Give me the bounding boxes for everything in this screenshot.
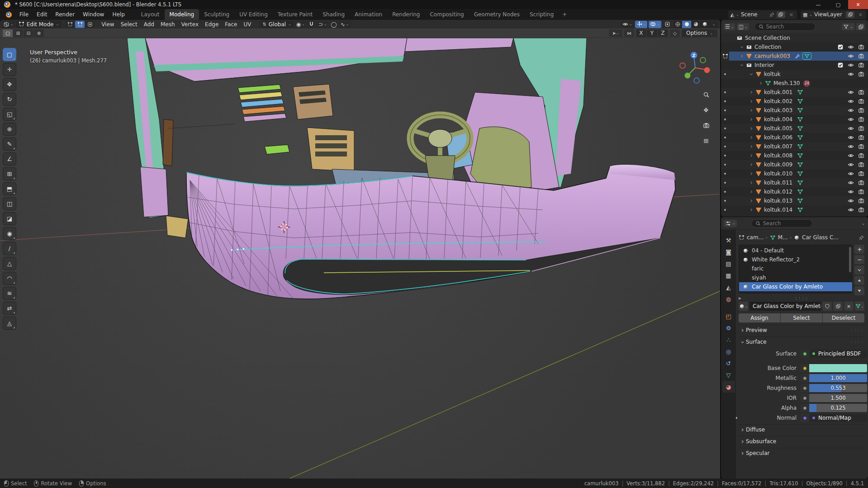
expand-arrow[interactable] [748,208,754,212]
properties-tab-data[interactable]: ▽ [722,369,735,381]
workspace-tab-layout[interactable]: Layout [136,9,165,20]
menu-window[interactable]: Window [79,10,108,19]
snap-individual-icon[interactable]: ◇ [670,29,680,37]
deselect-button[interactable]: Deselect [823,313,864,322]
outliner-row[interactable]: koltuk.008 [721,151,868,160]
tool-bevel[interactable]: ◪ [3,212,16,225]
outliner-row[interactable]: koltuk.007 [721,142,868,151]
tool-measure[interactable]: ∠ [3,152,16,166]
shading-rendered-button[interactable] [700,21,709,28]
mirror-y-button[interactable]: Y [647,29,657,37]
outliner-row[interactable]: koltuk.010 [721,169,868,178]
hide-eye-icon[interactable] [848,62,854,68]
outliner-row[interactable]: Collection [721,43,868,52]
snap-target-dropdown[interactable]: ⊃⌄ [317,21,328,28]
mesh-data-icon[interactable] [797,180,803,186]
outliner-row[interactable]: Mesh.13024 [721,79,868,88]
workspace-tab-sculpting[interactable]: Sculpting [199,9,234,20]
modifier-wrench-icon[interactable] [795,53,801,59]
workspace-tab-shading[interactable]: Shading [318,9,350,20]
tool-shrink-fatten[interactable]: ◬ [3,317,16,330]
disable-render-camera-icon[interactable] [858,44,864,50]
new-material-button[interactable] [833,302,843,311]
ior-slider[interactable]: 1.500 [809,394,867,402]
mirror-z-button[interactable]: Z [658,29,668,37]
vertex-select-button[interactable] [65,21,75,28]
add-workspace-button[interactable]: + [559,9,570,20]
hide-eye-icon[interactable] [848,44,854,50]
viewport-menu-mesh[interactable]: Mesh [157,20,178,28]
section-subsurface[interactable]: Subsurface [739,436,864,445]
hide-eye-icon[interactable] [848,98,854,104]
disable-render-camera-icon[interactable] [858,107,864,114]
workspace-tab-animation[interactable]: Animation [350,9,387,20]
workspace-tab-geometry-nodes[interactable]: Geometry Nodes [469,9,525,20]
outliner-filter-dropdown[interactable]: ⌄ [842,23,854,30]
menu-file[interactable]: File [15,10,33,19]
checkbox-icon[interactable] [837,44,844,50]
face-select-button[interactable] [85,21,95,28]
mesh-data-icon[interactable] [797,107,803,114]
pivot-point-dropdown[interactable]: ◉⌄ [295,21,306,28]
mesh-data-icon[interactable] [797,152,803,159]
minimize-button[interactable]: — [808,0,828,9]
remove-slot-button[interactable] [854,255,864,264]
slot-specials-dropdown[interactable] [854,265,864,275]
section-surface[interactable]: Surface : : : : [739,336,864,346]
breadcrumb-item[interactable]: Car Glass C... [794,234,839,241]
outliner-display-mode-dropdown[interactable]: ☰⌄ [724,23,735,30]
delete-viewlayer-button[interactable] [856,11,865,18]
mesh-data-icon[interactable] [797,134,803,141]
delete-scene-button[interactable] [787,11,796,18]
mesh-data-icon[interactable] [797,98,803,104]
expand-arrow[interactable] [739,45,745,49]
mesh-data-icon[interactable] [797,125,803,132]
expand-arrow[interactable] [748,135,754,140]
outliner-row[interactable]: koltuk.014 [721,205,868,214]
expand-arrow[interactable] [748,180,754,185]
properties-tab-particles[interactable]: ∴ [722,334,735,346]
hide-eye-icon[interactable] [848,107,854,114]
disable-render-camera-icon[interactable] [858,98,864,104]
tool-transform[interactable]: ⊕ [3,123,16,136]
list-resize-grip[interactable]: ▶: : : : [739,295,864,301]
navigation-gizmo[interactable]: Z [677,50,713,86]
zoom-icon[interactable] [700,89,712,100]
disable-render-camera-icon[interactable] [858,152,864,159]
shading-material-button[interactable] [691,21,700,28]
disable-render-camera-icon[interactable] [858,53,864,59]
select-mode-intersect[interactable]: ⊗ [34,29,44,37]
mesh-data-icon[interactable] [797,171,803,177]
disable-render-camera-icon[interactable] [858,189,864,195]
new-collection-button[interactable] [856,23,865,30]
hide-eye-icon[interactable] [848,125,854,132]
expand-arrow[interactable] [748,162,754,167]
normal-value-button[interactable]: Normal/Map [809,414,867,422]
breadcrumb-item[interactable]: M... [770,234,788,241]
section-preview[interactable]: Preview : : : : [739,325,864,334]
viewport-menu-edge[interactable]: Edge [202,20,222,28]
hide-eye-icon[interactable] [848,53,854,59]
pin-icon[interactable] [769,12,775,18]
material-slot[interactable]: faric [739,264,852,273]
disable-render-camera-icon[interactable] [858,207,864,213]
hide-eye-icon[interactable] [848,161,854,168]
disable-render-camera-icon[interactable] [858,134,864,141]
link-mesh-dropdown[interactable]: ⌄ [855,302,864,311]
expand-arrow[interactable] [739,63,745,67]
outliner-row[interactable]: koltuk.003 [721,106,868,115]
proportional-falloff-dropdown[interactable]: ∿⌄ [339,21,351,28]
tool-move[interactable]: ✥ [3,78,16,91]
snap-toggle[interactable] [307,21,316,28]
disable-render-camera-icon[interactable] [858,180,864,186]
disable-render-camera-icon[interactable] [858,171,864,177]
mesh-data-icon[interactable] [797,189,803,195]
tool-select-box[interactable]: ▢ [3,48,16,61]
hide-eye-icon[interactable] [848,89,854,95]
show-overlays-toggle[interactable]: ⌄ [649,21,661,28]
outliner-row[interactable]: koltuk.001 [721,88,868,97]
disable-render-camera-icon[interactable] [858,198,864,204]
xray-toggle[interactable] [663,21,672,28]
assign-button[interactable]: Assign [739,313,780,322]
tool-loop-cut[interactable]: ◉ [3,227,16,240]
